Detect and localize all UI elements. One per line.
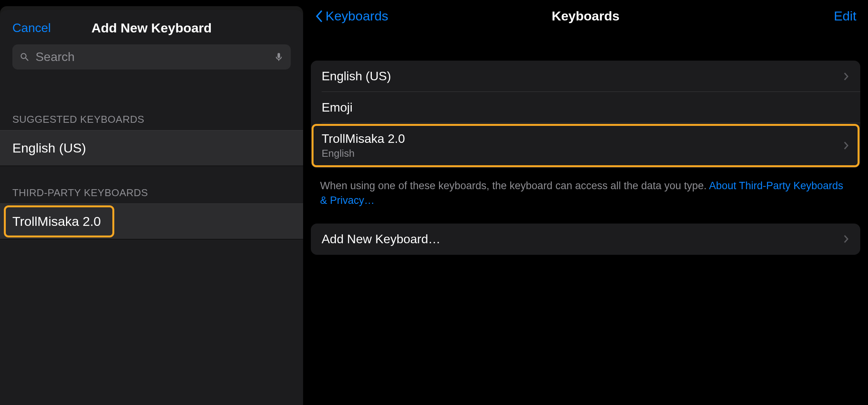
nav-bar: Keyboards Keyboards Edit: [308, 0, 863, 39]
row-title: English (US): [322, 69, 843, 83]
modal-title: Add New Keyboard: [92, 20, 212, 36]
search-input[interactable]: [36, 50, 268, 64]
search-bar[interactable]: [12, 44, 291, 69]
chevron-right-icon: [843, 71, 849, 81]
add-keyboard-modal-pane: Cancel Add New Keyboard SUGGESTED KEYBOA…: [0, 0, 303, 405]
chevron-right-icon: [843, 234, 849, 244]
section-header-thirdparty: THIRD-PARTY KEYBOARDS: [0, 176, 303, 203]
footer-text: When using one of these keyboards, the k…: [320, 180, 709, 191]
add-new-keyboard-row[interactable]: Add New Keyboard…: [311, 224, 860, 255]
suggested-keyboard-row[interactable]: English (US): [0, 130, 303, 166]
thirdparty-keyboard-row[interactable]: TrollMisaka 2.0: [0, 203, 303, 239]
keyboard-row-english[interactable]: English (US): [311, 61, 860, 92]
row-title: Emoji: [322, 100, 849, 115]
keyboard-row-emoji[interactable]: Emoji: [311, 92, 860, 123]
keyboards-settings-pane: Keyboards Keyboards Edit English (US) Em…: [303, 0, 868, 405]
back-button[interactable]: Keyboards: [315, 8, 388, 24]
row-label: English (US): [12, 141, 86, 155]
row-label: TrollMisaka 2.0: [12, 214, 101, 229]
add-keyboard-group: Add New Keyboard…: [311, 224, 860, 255]
search-icon: [19, 52, 30, 63]
keyboard-row-trollmisaka[interactable]: TrollMisaka 2.0 English: [311, 123, 860, 168]
row-content: Emoji: [322, 100, 849, 115]
row-content: Add New Keyboard…: [322, 232, 843, 246]
cancel-button[interactable]: Cancel: [12, 21, 51, 35]
edit-button[interactable]: Edit: [834, 8, 856, 24]
chevron-left-icon: [315, 9, 323, 23]
row-title: TrollMisaka 2.0: [322, 132, 843, 146]
privacy-footer: When using one of these keyboards, the k…: [308, 175, 863, 224]
chevron-right-icon: [843, 141, 849, 151]
row-content: English (US): [322, 69, 843, 83]
row-content: TrollMisaka 2.0 English: [322, 132, 843, 159]
row-subtitle: English: [322, 147, 843, 159]
microphone-icon[interactable]: [274, 51, 284, 63]
row-title: Add New Keyboard…: [322, 232, 843, 246]
section-header-suggested: SUGGESTED KEYBOARDS: [0, 103, 303, 130]
add-keyboard-modal: Cancel Add New Keyboard SUGGESTED KEYBOA…: [0, 10, 303, 405]
nav-title: Keyboards: [552, 8, 620, 24]
modal-header: Cancel Add New Keyboard: [0, 10, 303, 44]
back-label: Keyboards: [326, 8, 388, 24]
keyboards-list-group: English (US) Emoji TrollMisaka 2.0 Engli…: [311, 61, 860, 168]
